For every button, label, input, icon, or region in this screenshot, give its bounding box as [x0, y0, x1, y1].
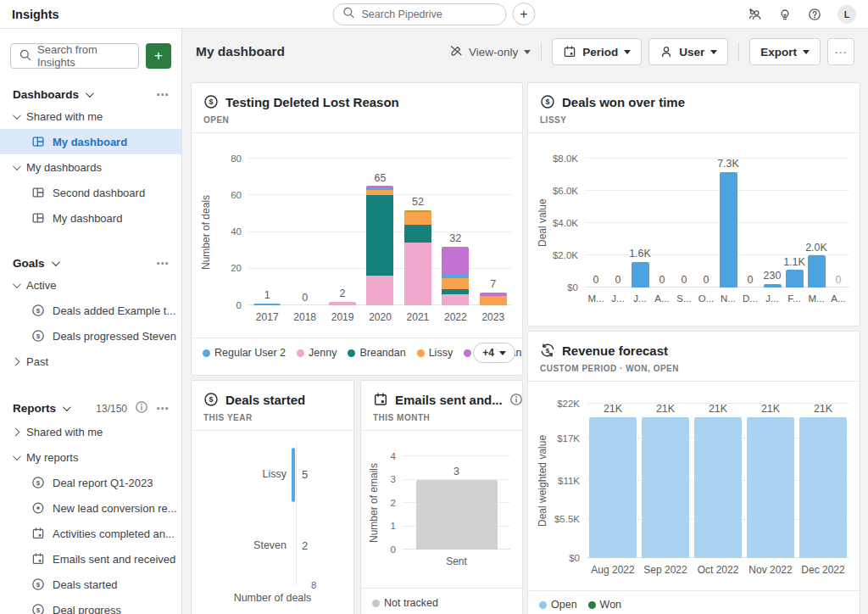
sidebar-item-my-dashboard[interactable]: My dashboard [0, 205, 181, 231]
bar-aug-2022[interactable] [589, 417, 637, 559]
legend-item-won[interactable]: Won [588, 599, 621, 611]
help-icon[interactable] [808, 8, 821, 21]
bar-segment [404, 243, 431, 305]
y-tick-label: $11K [558, 477, 580, 487]
bar-dec-2022[interactable] [799, 417, 847, 559]
y-tick-label: $8.0K [553, 154, 578, 165]
deal-dollar-icon: $ [203, 392, 219, 407]
bar-m[interactable] [808, 255, 826, 287]
bar-f[interactable] [786, 270, 804, 287]
app-title: Insights [0, 8, 59, 21]
legend-item-lissy[interactable]: Lissy [417, 347, 453, 359]
bar-segment [442, 278, 469, 289]
sidebar-item-emails-sent-and-received[interactable]: Emails sent and received [0, 546, 181, 572]
sidebar-item-deal-report-q1-2023[interactable]: $Deal report Q1-2023 [0, 470, 181, 495]
whats-new-icon[interactable] [778, 8, 792, 21]
sidebar-item-deals-added-example-t[interactable]: $Deals added Example t... [0, 298, 181, 323]
bar-2021[interactable] [404, 210, 431, 305]
sidebar-item-new-lead-conversion-re[interactable]: New lead conversion re... [0, 495, 181, 521]
stacked-bar-chart: Number of deals0204060801026552327201720… [192, 133, 522, 338]
info-icon[interactable] [135, 400, 148, 416]
legend-label: Regular User 2 [214, 347, 286, 359]
info-icon[interactable] [509, 393, 523, 406]
more-options-button[interactable]: ⋯ [827, 38, 854, 65]
invite-users-icon[interactable] [748, 8, 762, 21]
sidebar-item-shared-with-me[interactable]: Shared with me [0, 103, 181, 129]
user-avatar[interactable]: L [837, 5, 856, 24]
bar-2023[interactable] [480, 293, 507, 305]
legend-item-not-tracked[interactable]: Not tracked [372, 597, 438, 609]
section-more-button[interactable]: ⋯ [156, 402, 170, 415]
sidebar-item-my-reports[interactable]: My reports [0, 444, 181, 470]
legend-item-breandan[interactable]: Breandan [348, 347, 405, 359]
chevron-down-icon [13, 280, 21, 288]
user-filter-button[interactable]: User [648, 38, 728, 65]
bar-nov-2022[interactable] [747, 417, 794, 559]
legend-label: Open [551, 599, 577, 611]
bar-lissy[interactable] [292, 448, 295, 502]
bar-2017[interactable] [253, 304, 281, 305]
bar-sent[interactable] [416, 480, 498, 550]
card-title[interactable]: Emails sent and... [395, 393, 503, 407]
card-title[interactable]: Deals won over time [562, 95, 685, 109]
bar-value-label: 1.1K [783, 257, 805, 268]
sidebar-item-my-dashboards[interactable]: My dashboards [0, 154, 181, 180]
card-title[interactable]: Deals started [225, 393, 305, 407]
quick-add-button[interactable]: + [513, 3, 536, 25]
period-filter-button[interactable]: Period [552, 38, 642, 65]
y-axis-label: Number of emails [366, 456, 381, 550]
horizontal-bar-chart: Lissy5Steven28Number of deals [192, 431, 353, 614]
view-only-dropdown[interactable]: View-only [449, 44, 531, 60]
x-tick-label: J... [607, 293, 629, 304]
bar-oct-2022[interactable] [694, 417, 742, 559]
chevron-down-icon [51, 258, 59, 266]
bar-2020[interactable] [366, 186, 393, 305]
legend-dot [348, 349, 355, 357]
x-tick-label: J... [629, 293, 651, 304]
bar-value-label: 0 [836, 275, 842, 286]
sidebar-item-label: Second dashboard [53, 187, 145, 199]
sidebar-item-shared-with-me[interactable]: Shared with me [0, 419, 181, 444]
card-title[interactable]: Testing Deleted Lost Reason [225, 95, 399, 109]
bar-j[interactable] [632, 262, 649, 287]
x-tick-label: S... [673, 293, 695, 304]
insights-sidebar: Search from Insights + Dashboards⋯Shared… [0, 29, 182, 614]
sidebar-item-label: Deal report Q1-2023 [53, 477, 153, 489]
y-tick-label: $5.5K [554, 515, 580, 525]
export-button[interactable]: Export [749, 38, 821, 65]
x-tick-label: 2020 [361, 311, 398, 323]
bar-2019[interactable] [329, 302, 356, 305]
section-more-button[interactable]: ⋯ [156, 257, 170, 270]
sidebar-search-placeholder: Search from Insights [37, 43, 131, 69]
y-tick-label: $6.0K [553, 187, 578, 197]
sidebar-item-deal-progress[interactable]: $Deal progress [0, 597, 181, 614]
create-new-button[interactable]: + [146, 43, 171, 69]
legend-item-open[interactable]: Open [539, 599, 577, 611]
sidebar-section-goals: Goals⋯Active$Deals added Example t...$De… [0, 254, 181, 374]
bar-sep-2022[interactable] [642, 417, 689, 559]
section-header-reports[interactable]: Reports13/150⋯ [0, 398, 181, 419]
bar-segment [799, 417, 847, 559]
sidebar-item-activities-completed-an[interactable]: Activities completed an... [0, 521, 181, 546]
legend-more-button[interactable]: +4 [473, 343, 515, 363]
sidebar-item-deals-started[interactable]: $Deals started [0, 572, 181, 597]
sidebar-item-my-dashboard[interactable]: My dashboard [0, 129, 181, 154]
bar-value-label: 0 [302, 293, 308, 304]
legend-item-jenny[interactable]: Jenny [297, 347, 337, 359]
global-search-input[interactable]: Search Pipedrive [333, 3, 507, 25]
sidebar-item-second-dashboard[interactable]: Second dashboard [0, 180, 181, 205]
bar-j[interactable] [764, 284, 782, 287]
card-title[interactable]: Revenue forecast [562, 343, 668, 358]
sidebar-item-deals-progressed-steven[interactable]: $Deals progressed Steven [0, 323, 181, 349]
bar-n[interactable] [720, 172, 737, 288]
sidebar-item-active[interactable]: Active [0, 272, 181, 298]
y-axis-label: Number of deals [198, 159, 213, 305]
section-more-button[interactable]: ⋯ [156, 88, 170, 101]
sidebar-item-past[interactable]: Past [0, 349, 181, 374]
svg-text:$: $ [36, 606, 41, 614]
sidebar-search-input[interactable]: Search from Insights [10, 43, 139, 69]
legend-item-regular-user-2[interactable]: Regular User 2 [203, 347, 286, 359]
bar-2022[interactable] [442, 247, 469, 305]
section-header-dashboards[interactable]: Dashboards⋯ [0, 86, 181, 103]
section-header-goals[interactable]: Goals⋯ [0, 254, 181, 272]
